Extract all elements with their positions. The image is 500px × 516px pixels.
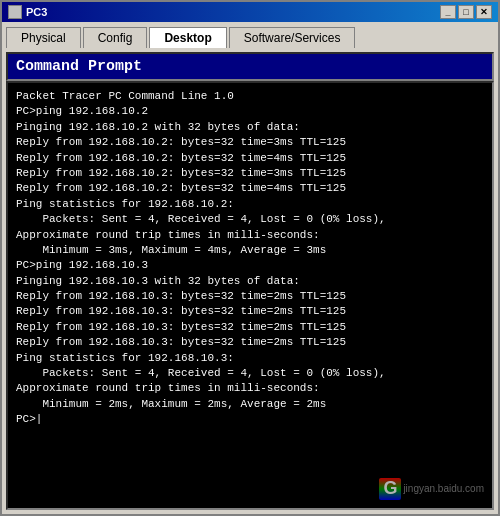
watermark-g-icon: G <box>379 478 401 500</box>
cmd-line-0: Packet Tracer PC Command Line 1.0 <box>16 89 484 104</box>
cmd-line-21: Reply from 192.168.10.3: bytes=32 time=2… <box>16 320 484 335</box>
close-button[interactable]: ✕ <box>476 5 492 19</box>
watermark: G jingyan.baidu.com <box>379 478 484 500</box>
main-window: PC3 _ □ ✕ Physical Config Desktop Softwa… <box>0 0 500 516</box>
cmd-line-22: Reply from 192.168.10.3: bytes=32 time=2… <box>16 335 484 350</box>
minimize-button[interactable]: _ <box>440 5 456 19</box>
cmd-line-15: PC>ping 192.168.10.3 <box>16 258 484 273</box>
tab-config[interactable]: Config <box>83 27 148 48</box>
window-title: PC3 <box>26 6 440 18</box>
cmd-line-27: Minimum = 2ms, Maximum = 2ms, Average = … <box>16 397 484 412</box>
cmd-line-20: Reply from 192.168.10.3: bytes=32 time=2… <box>16 304 484 319</box>
cmd-line-6: Reply from 192.168.10.2: bytes=32 time=4… <box>16 151 484 166</box>
cmd-line-7: Reply from 192.168.10.2: bytes=32 time=3… <box>16 166 484 181</box>
cmd-line-8: Reply from 192.168.10.2: bytes=32 time=4… <box>16 181 484 196</box>
cmd-line-17: Pinging 192.168.10.3 with 32 bytes of da… <box>16 274 484 289</box>
title-bar-buttons: _ □ ✕ <box>440 5 492 19</box>
cmd-line-5: Reply from 192.168.10.2: bytes=32 time=3… <box>16 135 484 150</box>
cmd-line-19: Reply from 192.168.10.3: bytes=32 time=2… <box>16 289 484 304</box>
cmd-line-26: Approximate round trip times in milli-se… <box>16 381 484 396</box>
cmd-line-24: Ping statistics for 192.168.10.3: <box>16 351 484 366</box>
cmd-line-29: PC>| <box>16 412 484 427</box>
cmd-line-13: Minimum = 3ms, Maximum = 4ms, Average = … <box>16 243 484 258</box>
cmd-body[interactable]: Packet Tracer PC Command Line 1.0 PC>pin… <box>6 81 494 510</box>
tab-bar: Physical Config Desktop Software/Service… <box>2 22 498 48</box>
title-bar: PC3 _ □ ✕ <box>2 2 498 22</box>
tab-desktop[interactable]: Desktop <box>149 27 226 48</box>
cmd-line-1: PC>ping 192.168.10.2 <box>16 104 484 119</box>
tab-software[interactable]: Software/Services <box>229 27 356 48</box>
cmd-header: Command Prompt <box>6 52 494 81</box>
cmd-line-3: Pinging 192.168.10.2 with 32 bytes of da… <box>16 120 484 135</box>
tab-physical[interactable]: Physical <box>6 27 81 48</box>
window-icon <box>8 5 22 19</box>
cmd-line-25: Packets: Sent = 4, Received = 4, Lost = … <box>16 366 484 381</box>
cmd-line-11: Packets: Sent = 4, Received = 4, Lost = … <box>16 212 484 227</box>
watermark-content: G jingyan.baidu.com <box>379 478 484 500</box>
cmd-line-12: Approximate round trip times in milli-se… <box>16 228 484 243</box>
maximize-button[interactable]: □ <box>458 5 474 19</box>
watermark-label: jingyan.baidu.com <box>403 482 484 496</box>
cmd-line-10: Ping statistics for 192.168.10.2: <box>16 197 484 212</box>
content-area: Command Prompt Packet Tracer PC Command … <box>2 48 498 514</box>
